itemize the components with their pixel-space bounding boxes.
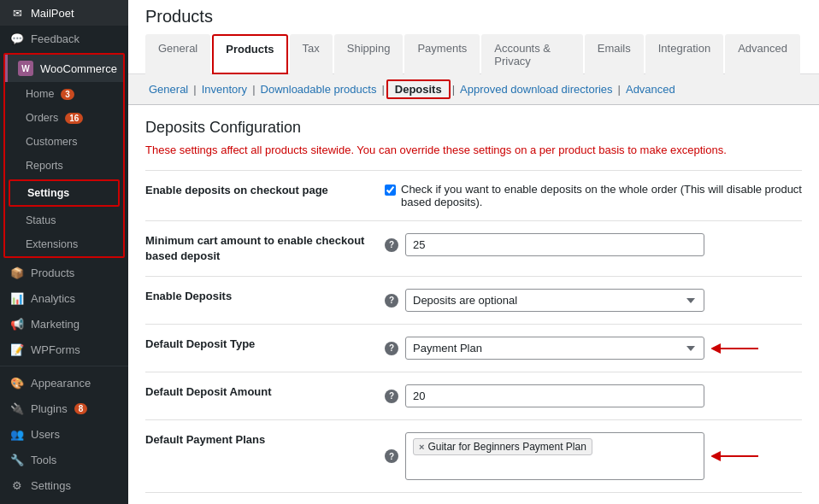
value-deposit-amount: ? bbox=[385, 384, 802, 407]
products-icon: 📦 bbox=[10, 266, 24, 279]
sidebar-item-extensions[interactable]: Extensions bbox=[5, 232, 123, 256]
sep1: | bbox=[193, 83, 196, 96]
help-icon-enable-deposits[interactable]: ? bbox=[385, 294, 398, 308]
feedback-icon: 💬 bbox=[10, 32, 24, 45]
mailpoet-icon: ✉ bbox=[10, 6, 24, 20]
sidebar-item-reports[interactable]: Reports bbox=[5, 154, 123, 178]
sidebar-item-analytics[interactable]: 📊 Analytics bbox=[0, 285, 128, 311]
sub-nav-general[interactable]: General bbox=[145, 81, 191, 97]
sidebar-item-settings2[interactable]: ⚙ Settings bbox=[0, 472, 128, 498]
content-area: General | Inventory | Downloadable produ… bbox=[128, 74, 819, 504]
help-icon-deposit-amount[interactable]: ? bbox=[385, 390, 398, 403]
section-content: Deposits Configuration These settings af… bbox=[128, 105, 819, 504]
label-deposit-type: Default Deposit Type bbox=[145, 337, 385, 352]
settings-highlight: Settings bbox=[9, 179, 120, 207]
marketing-icon: 📢 bbox=[10, 317, 24, 331]
sidebar-item-home[interactable]: Home 3 bbox=[5, 82, 123, 106]
value-payment-plans: ? × Guitar for Beginners Payment Plan bbox=[385, 432, 802, 480]
select-deposit-type[interactable]: Payment Plan Percentage Fixed Amount bbox=[405, 337, 704, 360]
value-enable-deposits-dropdown: ? Deposits are optional Deposits are req… bbox=[385, 289, 802, 312]
sidebar-item-tools[interactable]: 🔧 Tools bbox=[0, 447, 128, 472]
tab-products[interactable]: Products bbox=[212, 34, 287, 74]
label-deposit-amount: Default Deposit Amount bbox=[145, 384, 385, 400]
input-min-cart[interactable] bbox=[405, 233, 704, 256]
tab-integration[interactable]: Integration bbox=[645, 34, 723, 74]
sidebar-item-mailpoet[interactable]: ✉ MailPoet bbox=[0, 0, 128, 26]
tools-icon: 🔧 bbox=[10, 453, 24, 466]
sep4: | bbox=[452, 83, 455, 96]
row-enable-deposits-dropdown: Enable Deposits ? Deposits are optional … bbox=[145, 277, 802, 325]
tab-tax[interactable]: Tax bbox=[290, 34, 333, 74]
sidebar-item-wpforms[interactable]: 📝 WPForms bbox=[0, 337, 128, 362]
settings-icon: ⚙ bbox=[10, 478, 24, 492]
sub-nav-advanced[interactable]: Advanced bbox=[622, 81, 679, 97]
sub-nav-inventory[interactable]: Inventory bbox=[198, 81, 250, 97]
settings-table: Enable deposits on checkout page Check i… bbox=[145, 170, 802, 493]
analytics-icon: 📊 bbox=[10, 291, 24, 305]
tab-general[interactable]: General bbox=[145, 34, 210, 74]
woocommerce-group: W WooCommerce Home 3 Orders 16 Customers… bbox=[3, 53, 125, 258]
sidebar-item-status[interactable]: Status bbox=[5, 208, 123, 232]
plugins-icon: 🔌 bbox=[10, 401, 24, 415]
sidebar-item-feedback[interactable]: 💬 Feedback bbox=[0, 26, 128, 51]
row-payment-plans: Default Payment Plans ? × Guitar for Beg… bbox=[145, 420, 802, 493]
tag-input-area-payment-plans[interactable]: × Guitar for Beginners Payment Plan bbox=[405, 432, 704, 480]
sep3: | bbox=[381, 83, 384, 96]
sub-nav-deposits[interactable]: Deposits bbox=[386, 79, 451, 99]
sidebar-item-appearance[interactable]: 🎨 Appearance bbox=[0, 370, 128, 396]
tab-accounts-privacy[interactable]: Accounts & Privacy bbox=[481, 34, 582, 74]
page-header: Products General Products Tax Shipping P… bbox=[128, 0, 819, 74]
main-content: Products General Products Tax Shipping P… bbox=[128, 0, 819, 504]
sidebar-item-customers[interactable]: Customers bbox=[5, 130, 123, 154]
tab-emails[interactable]: Emails bbox=[585, 34, 644, 74]
sidebar-item-orders[interactable]: Orders 16 bbox=[5, 106, 123, 130]
row-enable-deposits: Enable deposits on checkout page Check i… bbox=[145, 171, 802, 221]
divider bbox=[0, 366, 128, 366]
sidebar-item-plugins[interactable]: 🔌 Plugins 8 bbox=[0, 396, 128, 421]
row-deposit-amount: Default Deposit Amount ? bbox=[145, 372, 802, 420]
input-deposit-amount[interactable] bbox=[405, 384, 704, 407]
page-title: Products bbox=[145, 7, 802, 26]
sub-nav-approved-dirs[interactable]: Approved download directories bbox=[457, 81, 616, 97]
wpforms-icon: 📝 bbox=[10, 343, 24, 356]
help-icon-payment-plans[interactable]: ? bbox=[385, 449, 398, 463]
sep2: | bbox=[252, 83, 255, 96]
value-deposit-type: ? Payment Plan Percentage Fixed Amount bbox=[385, 337, 802, 360]
checkbox-enable-deposits[interactable] bbox=[385, 185, 396, 196]
tab-shipping[interactable]: Shipping bbox=[334, 34, 404, 74]
help-icon-min-cart[interactable]: ? bbox=[385, 238, 398, 252]
main-tabs: General Products Tax Shipping Payments A… bbox=[145, 33, 802, 73]
tag-remove-button[interactable]: × bbox=[419, 442, 424, 452]
tab-advanced[interactable]: Advanced bbox=[725, 34, 800, 74]
help-icon-deposit-type[interactable]: ? bbox=[385, 342, 398, 355]
arrow-annotation-deposit-type bbox=[711, 340, 763, 357]
woo-submenu: Home 3 Orders 16 Customers Reports Setti… bbox=[5, 82, 123, 256]
sidebar-item-marketing[interactable]: 📢 Marketing bbox=[0, 311, 128, 337]
appearance-icon: 🎨 bbox=[10, 376, 24, 390]
sidebar-item-settings[interactable]: Settings bbox=[10, 181, 118, 205]
section-title: Deposits Configuration bbox=[145, 119, 802, 137]
row-deposit-type: Default Deposit Type ? Payment Plan Perc… bbox=[145, 325, 802, 372]
arrow-annotation-payment-plans bbox=[711, 448, 763, 465]
tab-payments[interactable]: Payments bbox=[404, 34, 480, 74]
woo-icon: W bbox=[18, 61, 33, 76]
label-enable-deposits-dropdown: Enable Deposits bbox=[145, 289, 385, 304]
sub-nav-downloadable[interactable]: Downloadable products bbox=[257, 81, 380, 97]
checkbox-enable-deposits-label[interactable]: Check if you want to enable deposits on … bbox=[385, 183, 802, 208]
users-icon: 👥 bbox=[10, 427, 24, 441]
sep5: | bbox=[618, 83, 621, 96]
select-enable-deposits[interactable]: Deposits are optional Deposits are requi… bbox=[405, 289, 704, 312]
label-min-cart: Minimum cart amount to enable checkout b… bbox=[145, 233, 385, 264]
sidebar: ✉ MailPoet 💬 Feedback W WooCommerce Home… bbox=[0, 0, 128, 504]
section-desc: These settings affect all products sitew… bbox=[145, 144, 802, 156]
label-enable-deposits: Enable deposits on checkout page bbox=[145, 183, 385, 198]
value-min-cart: ? bbox=[385, 233, 802, 256]
row-min-cart: Minimum cart amount to enable checkout b… bbox=[145, 221, 802, 277]
sidebar-item-woocommerce[interactable]: W WooCommerce bbox=[5, 55, 123, 82]
label-payment-plans: Default Payment Plans bbox=[145, 432, 385, 448]
tag-guitar-payment-plan: × Guitar for Beginners Payment Plan bbox=[413, 438, 592, 455]
sub-nav: General | Inventory | Downloadable produ… bbox=[128, 74, 819, 105]
sidebar-item-products[interactable]: 📦 Products bbox=[0, 260, 128, 285]
sidebar-item-users[interactable]: 👥 Users bbox=[0, 421, 128, 447]
value-enable-deposits: Check if you want to enable deposits on … bbox=[385, 183, 802, 208]
